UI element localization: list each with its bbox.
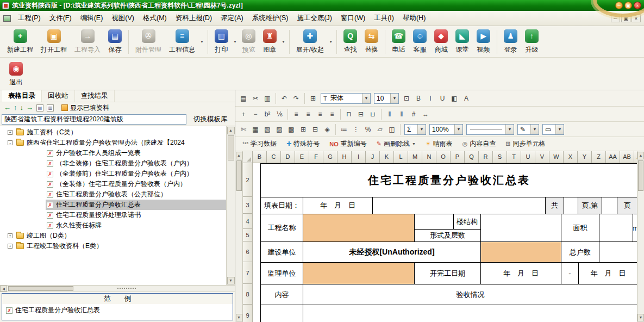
zoom-select[interactable]: 100% ▼ <box>429 124 463 135</box>
menu-item[interactable]: 系统维护(S) <box>248 11 293 25</box>
draw-strikeline-button[interactable]: ✎画删除线▼ <box>372 139 420 148</box>
tree-item[interactable]: ✗住宅工程质量分户验收表（公共部位） <box>0 189 226 200</box>
classroom-button[interactable]: ◣课堂 <box>452 28 473 56</box>
unauthorized-watermark-cell[interactable]: 未经授权[UnAuthorized] <box>303 242 481 263</box>
tree-item-body[interactable]: 竣工图（D类） <box>15 231 226 241</box>
nav-forward-icon[interactable]: → <box>26 103 33 113</box>
panel-splitter-grip[interactable] <box>117 288 136 289</box>
project-name-label-cell[interactable]: 工程名称 <box>261 214 303 242</box>
exit-button[interactable]: ◉ 退出 <box>5 60 27 89</box>
align-justify-icon[interactable]: ≡ <box>327 109 337 120</box>
insert-row-below-icon[interactable]: ▧ <box>262 124 273 135</box>
tree-item[interactable]: ✗分户验收工作人员组成一览表 <box>0 148 226 158</box>
builder-label-cell[interactable]: 建设单位 <box>261 242 303 263</box>
row-header[interactable]: 9 <box>243 305 253 322</box>
tree-item-body[interactable]: ✗永久性责任标牌 <box>46 220 226 231</box>
menu-item[interactable]: 施工交底(J) <box>292 11 336 25</box>
structure-input-cell[interactable] <box>415 214 454 230</box>
column-header[interactable]: L <box>394 151 408 163</box>
renumber-button[interactable]: NO重新编号 <box>325 139 371 148</box>
redo-icon[interactable]: ↷ <box>291 93 302 104</box>
column-header[interactable]: S <box>493 151 507 163</box>
tree-item-body[interactable]: ✗住宅工程质量分户验收表（公共部位） <box>46 189 226 200</box>
menu-item[interactable]: 工程(P) <box>14 11 45 25</box>
table-style-icon[interactable]: ◫ <box>386 124 397 135</box>
sheet-vscrollbar-left[interactable]: ▲ ▼ <box>235 151 243 322</box>
decrease-size-icon[interactable]: − <box>250 109 261 120</box>
column-header[interactable]: O <box>436 151 451 163</box>
show-filled-toggle[interactable]: 显示已填资料 <box>61 103 109 113</box>
select-all-corner[interactable] <box>243 151 253 163</box>
tree-hscrollbar[interactable]: ◀ <box>0 286 235 292</box>
border-settings-icon[interactable]: ⊡ <box>401 93 412 104</box>
supervisor-label-cell[interactable]: 监理单位 <box>261 263 303 284</box>
column-header[interactable]: U <box>521 151 535 163</box>
tree-item-body[interactable]: 工程竣工验收资料（E类） <box>15 241 226 251</box>
column-header[interactable]: AC <box>634 151 637 163</box>
tree-item[interactable]: +竣工图（D类） <box>0 231 226 241</box>
insert-row-above-icon[interactable]: ▦ <box>250 124 261 135</box>
example-item[interactable]: ✗ 住宅工程质量分户验收汇总表 <box>2 304 233 317</box>
column-header[interactable]: M <box>408 151 422 163</box>
tab-recycle-bin[interactable]: 回收站 <box>42 90 75 102</box>
row-header[interactable]: 2 <box>243 163 253 197</box>
close-button[interactable]: × <box>634 2 641 9</box>
column-header[interactable]: W <box>549 151 564 163</box>
tree-item-body[interactable]: ✗（非全装修）住宅工程质量分户验收表（户内） <box>46 158 226 169</box>
merge-cells-icon[interactable]: ⊞ <box>298 124 309 135</box>
autosum-dropdown-arrow[interactable]: ▼ <box>417 125 426 134</box>
column-header[interactable]: X <box>564 151 578 163</box>
column-header[interactable]: AB <box>620 151 634 163</box>
paste-icon[interactable]: ▤ <box>238 93 249 104</box>
menu-item[interactable]: 窗口(W) <box>336 11 370 25</box>
pages-total-input-cell[interactable] <box>564 197 578 214</box>
households-input-cell[interactable] <box>599 242 637 263</box>
tree-scroll-up-icon[interactable]: ▲ <box>227 127 235 134</box>
column-header[interactable]: N <box>422 151 436 163</box>
project-name-input-cell[interactable] <box>303 214 415 242</box>
bullet-list-icon[interactable]: ⋮ <box>351 124 361 135</box>
column-header[interactable]: K <box>380 151 394 163</box>
save-button[interactable]: ▤保存 <box>104 28 126 56</box>
project-info-dropdown-arrow[interactable]: ▼ <box>199 40 205 44</box>
structure-label-top-cell[interactable]: 楼结构 <box>454 214 481 230</box>
fraction-icon[interactable]: ⅙ <box>274 109 285 120</box>
project-info-button[interactable]: ≡工程信息 <box>165 28 199 56</box>
menu-item[interactable]: 文件(F) <box>45 11 76 25</box>
shape-dropdown-arrow[interactable]: ▼ <box>555 125 564 134</box>
italic-icon[interactable]: I <box>425 93 436 104</box>
tab-form-catalog[interactable]: 表格目录 <box>2 90 42 102</box>
content-check-button[interactable]: ◎内容自查 <box>458 139 501 148</box>
menu-item[interactable]: 格式(M) <box>139 11 171 25</box>
tree-item[interactable]: +工程竣工验收资料（E类） <box>0 241 226 251</box>
fill-date-label-cell[interactable]: 填表日期： <box>261 197 303 214</box>
mdi-child-icon[interactable] <box>3 15 11 22</box>
switch-template-button[interactable]: 切换模板库 <box>190 114 231 125</box>
align-right-icon[interactable]: ≡ <box>315 109 326 120</box>
print-dropdown-arrow[interactable]: ▼ <box>232 40 238 44</box>
stamp-dropdown-arrow[interactable]: ▼ <box>280 40 286 44</box>
login-button[interactable]: ♟登录 <box>500 28 521 56</box>
column-header[interactable]: V <box>535 151 549 163</box>
area-label-cell[interactable]: 面积 <box>561 214 599 242</box>
column-header[interactable]: G <box>323 151 337 163</box>
tree-scroll-thumb[interactable] <box>228 135 234 160</box>
table-title-row[interactable]: 住宅工程质量分户验收汇总表 <box>260 163 637 197</box>
tree-item[interactable]: ✗（非全装修）住宅工程质量分户验收表（户内） <box>0 158 226 169</box>
tab-search-results[interactable]: 查找结果 <box>75 90 115 102</box>
sheet-right-scroll-down-icon[interactable]: ▼ <box>637 314 644 321</box>
customer-service-button[interactable]: ☺客服 <box>409 28 430 56</box>
structure-label-bottom-cell[interactable]: 形式及层数 <box>415 230 481 242</box>
autosum-select[interactable]: Σ ▼ <box>404 124 426 135</box>
percent-format-icon[interactable]: % <box>362 124 373 135</box>
valign-top-icon[interactable]: ⊓ <box>343 109 354 120</box>
pen-dropdown-arrow[interactable]: ▼ <box>530 125 539 134</box>
open-project-button[interactable]: ▣打开工程 <box>37 28 71 56</box>
line-style-select[interactable]: ▼ <box>466 124 514 135</box>
stamp-button[interactable]: ♜图章 <box>259 28 280 56</box>
nav-back-icon[interactable]: ← <box>4 103 11 113</box>
valign-middle-icon[interactable]: ⊟ <box>355 109 366 120</box>
menu-item[interactable]: 工具(I) <box>370 11 398 25</box>
pages-mid-label-cell[interactable]: 页,第 <box>578 197 602 214</box>
restore-button[interactable]: ▣ <box>624 2 632 9</box>
